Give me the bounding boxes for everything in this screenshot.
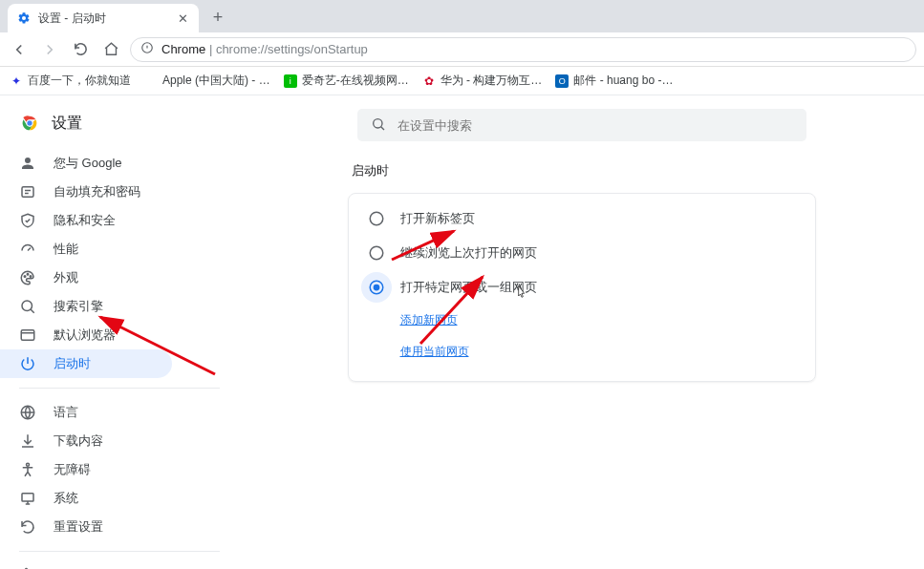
sidebar-item-shield[interactable]: 隐私和安全 — [0, 206, 172, 235]
svg-point-15 — [373, 118, 381, 127]
url-path: chrome://settings/onStartup — [216, 42, 368, 56]
svg-point-11 — [27, 463, 30, 466]
sidebar-item-label: 隐私和安全 — [54, 212, 116, 229]
search-icon — [19, 298, 36, 315]
globe-icon — [19, 404, 36, 421]
chrome-logo-icon — [19, 113, 40, 134]
sidebar-item-extension[interactable]: 扩展程序 — [0, 561, 172, 569]
sidebar-item-reset[interactable]: 重置设置 — [0, 513, 172, 541]
svg-point-17 — [370, 246, 383, 260]
startup-option-continue[interactable]: 继续浏览上次打开的网页 — [349, 236, 815, 270]
on-startup-section: 启动时 打开新标签页 继续浏览上次打开的网页 — [348, 162, 816, 382]
use-current-row: 使用当前网页 — [349, 336, 815, 368]
svg-rect-9 — [21, 330, 34, 341]
sidebar-item-label: 性能 — [54, 241, 78, 258]
sidebar-item-label: 无障碍 — [54, 461, 91, 478]
sidebar-item-label: 您与 Google — [54, 155, 122, 172]
settings-search-input[interactable] — [398, 118, 793, 133]
new-tab-button[interactable]: + — [204, 4, 231, 31]
favicon-icon: ✦ — [10, 74, 23, 88]
sidebar-item-globe[interactable]: 语言 — [0, 398, 172, 427]
shield-icon — [19, 212, 36, 229]
radio-checked-icon — [368, 279, 385, 296]
settings-main: 启动时 打开新标签页 继续浏览上次打开的网页 — [239, 95, 924, 569]
add-new-page-link[interactable]: 添加新网页 — [400, 313, 458, 327]
outlook-icon: O — [555, 74, 569, 88]
user-icon — [19, 155, 36, 172]
startup-option-newtab[interactable]: 打开新标签页 — [349, 201, 815, 236]
system-icon — [19, 490, 36, 507]
palette-icon — [19, 269, 36, 286]
sidebar-item-system[interactable]: 系统 — [0, 484, 172, 513]
sidebar-item-label: 下载内容 — [54, 432, 103, 450]
bookmark-item[interactable]: i 爱奇艺-在线视频网… — [284, 73, 409, 89]
sidebar-item-autofill[interactable]: 自动填充和密码 — [0, 178, 172, 206]
address-bar[interactable]: Chrome | chrome://settings/onStartup — [130, 37, 916, 62]
svg-point-5 — [24, 276, 26, 278]
reload-button[interactable] — [69, 38, 92, 61]
sidebar-item-label: 语言 — [54, 404, 78, 421]
sidebar-item-search[interactable]: 搜索引擎 — [0, 292, 172, 321]
sidebar-item-browser[interactable]: 默认浏览器 — [0, 321, 172, 349]
bookmark-item[interactable]: Apple (中国大陆) - … — [144, 73, 270, 89]
svg-point-19 — [373, 284, 379, 291]
settings-body: 设置 您与 Google自动填充和密码隐私和安全性能外观搜索引擎默认浏览器启动时… — [0, 95, 924, 569]
sidebar-item-label: 默认浏览器 — [54, 327, 116, 344]
favicon-icon: ✿ — [422, 74, 436, 88]
url-scheme: Chrome — [161, 42, 205, 56]
sidebar-separator — [19, 388, 220, 389]
settings-search[interactable] — [357, 109, 806, 141]
sidebar-item-label: 启动时 — [54, 355, 91, 372]
download-icon — [19, 432, 36, 450]
sidebar-item-download[interactable]: 下载内容 — [0, 427, 172, 455]
section-title: 启动时 — [348, 162, 816, 179]
svg-rect-4 — [22, 187, 33, 198]
browser-toolbar: Chrome | chrome://settings/onStartup — [0, 32, 924, 67]
apple-icon — [144, 74, 158, 88]
gear-icon — [17, 11, 31, 25]
svg-point-7 — [30, 276, 32, 278]
startup-card: 打开新标签页 继续浏览上次打开的网页 打开特定网页或一组网页 添加新网页 — [348, 193, 816, 382]
add-page-row: 添加新网页 — [349, 305, 815, 336]
sidebar-item-palette[interactable]: 外观 — [0, 263, 172, 292]
svg-rect-12 — [22, 494, 33, 501]
site-info-icon[interactable] — [140, 41, 154, 57]
home-button[interactable] — [99, 38, 122, 61]
tab-strip: 设置 - 启动时 ✕ + — [0, 0, 924, 32]
tab-title: 设置 - 启动时 — [38, 11, 106, 27]
power-icon — [19, 355, 36, 372]
speedometer-icon — [19, 241, 36, 258]
accessibility-icon — [19, 461, 36, 478]
bookmark-item[interactable]: ✦ 百度一下，你就知道 — [10, 73, 131, 89]
favicon-icon: i — [284, 74, 297, 88]
back-button[interactable] — [8, 38, 31, 61]
sidebar-item-label: 系统 — [54, 490, 78, 507]
radio-unchecked-icon — [368, 244, 385, 262]
sidebar-separator — [19, 551, 220, 552]
browser-icon — [19, 327, 36, 344]
bookmarks-bar: ✦ 百度一下，你就知道 Apple (中国大陆) - … i 爱奇艺-在线视频网… — [0, 67, 924, 95]
settings-title: 设置 — [52, 114, 82, 134]
sidebar-item-label: 自动填充和密码 — [54, 183, 140, 200]
sidebar-item-user[interactable]: 您与 Google — [0, 149, 172, 178]
svg-point-8 — [22, 301, 32, 311]
startup-option-specific[interactable]: 打开特定网页或一组网页 — [349, 270, 815, 305]
reset-icon — [19, 518, 36, 536]
browser-tab[interactable]: 设置 - 启动时 ✕ — [8, 4, 199, 32]
sidebar-item-label: 重置设置 — [54, 518, 103, 536]
close-tab-icon[interactable]: ✕ — [176, 11, 189, 25]
forward-button[interactable] — [38, 38, 61, 61]
sidebar-item-speedometer[interactable]: 性能 — [0, 235, 172, 263]
use-current-pages-link[interactable]: 使用当前网页 — [400, 345, 469, 358]
svg-point-6 — [27, 274, 29, 276]
bookmark-item[interactable]: ✿ 华为 - 构建万物互… — [422, 73, 543, 89]
svg-point-16 — [370, 212, 383, 225]
autofill-icon — [19, 183, 36, 200]
bookmark-item[interactable]: O 邮件 - huang bo -… — [555, 73, 673, 89]
sidebar-item-label: 搜索引擎 — [54, 298, 103, 315]
radio-unchecked-icon — [368, 210, 385, 227]
search-icon — [371, 116, 386, 135]
sidebar-item-label: 外观 — [54, 269, 78, 286]
sidebar-item-power[interactable]: 启动时 — [0, 349, 172, 378]
sidebar-item-accessibility[interactable]: 无障碍 — [0, 455, 172, 484]
